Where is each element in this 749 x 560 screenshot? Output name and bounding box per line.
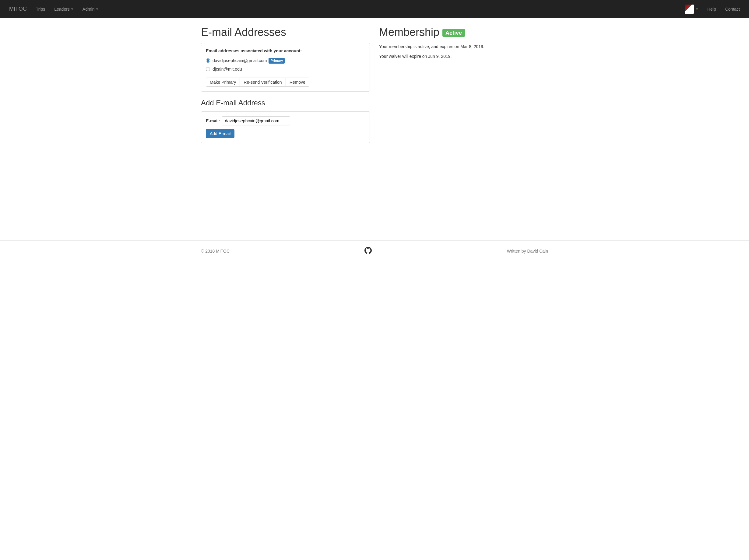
add-email-panel-body: E-mail: Add E-mail (201, 112, 370, 143)
nav-admin-label: Admin (83, 6, 95, 12)
primary-badge: Primary (269, 58, 285, 64)
email-button-group: Make Primary Re-send Verification Remove (206, 77, 309, 87)
nav-leaders-label: Leaders (54, 6, 70, 12)
add-email-title: Add E-mail Address (201, 98, 370, 108)
add-email-button[interactable]: Add E-mail (206, 129, 234, 138)
emails-panel: Email addresses associated with your acc… (201, 43, 370, 92)
email-item-0: davidjosephcain@gmail.com Primary (206, 58, 365, 64)
nav-right: Help Contact (680, 0, 745, 18)
right-column: Membership Active Your membership is act… (374, 18, 553, 149)
status-badge: Active (443, 29, 465, 37)
caret-icon (696, 8, 698, 10)
email-radio-1[interactable] (206, 67, 210, 71)
emails-panel-body: Email addresses associated with your acc… (201, 43, 370, 91)
email-radio-0[interactable] (206, 59, 210, 63)
email-field[interactable] (222, 116, 290, 126)
emails-title: E-mail Addresses (201, 24, 370, 40)
nav-left: MITOC Trips Leaders Admin (4, 1, 103, 18)
make-primary-button[interactable]: Make Primary (206, 77, 240, 87)
membership-line1: Your membership is active, and expires o… (379, 44, 548, 50)
footer-container: © 2018 MITOC Written by David Cain (196, 247, 553, 256)
navbar: MITOC Trips Leaders Admin Help Contact (0, 0, 749, 18)
membership-title-text: Membership (379, 26, 440, 38)
footer-credit: Written by David Cain (507, 248, 548, 254)
membership-title: Membership Active (379, 24, 548, 40)
left-column: E-mail Addresses Email addresses associa… (196, 18, 374, 149)
main-row: E-mail Addresses Email addresses associa… (196, 18, 553, 149)
footer: © 2018 MITOC Written by David Cain (0, 241, 749, 262)
email-address-0: davidjosephcain@gmail.com (213, 58, 267, 64)
nav-user-menu[interactable] (680, 0, 703, 18)
main-container: E-mail Addresses Email addresses associa… (196, 18, 553, 149)
brand-link[interactable]: MITOC (4, 1, 31, 18)
nav-admin[interactable]: Admin (78, 1, 103, 17)
email-address-1: djcain@mit.edu (213, 66, 242, 72)
remove-button[interactable]: Remove (285, 77, 309, 87)
caret-icon (71, 8, 73, 10)
resend-verification-button[interactable]: Re-send Verification (240, 77, 285, 87)
nav-trips[interactable]: Trips (31, 1, 50, 17)
email-field-label: E-mail: (206, 118, 220, 124)
membership-line2: Your waiver will expire on Jun 9, 2019. (379, 53, 548, 59)
github-link[interactable] (364, 247, 372, 256)
footer-copyright: © 2018 MITOC (201, 248, 230, 254)
add-email-form-row: E-mail: (206, 116, 365, 126)
caret-icon (96, 8, 98, 10)
nav-help[interactable]: Help (703, 1, 721, 17)
github-icon (364, 247, 372, 254)
add-email-panel: E-mail: Add E-mail (201, 111, 370, 143)
email-item-1: djcain@mit.edu (206, 66, 365, 72)
emails-subtitle: Email addresses associated with your acc… (206, 48, 365, 54)
nav-contact[interactable]: Contact (721, 1, 745, 17)
avatar (685, 4, 694, 14)
nav-leaders[interactable]: Leaders (50, 1, 78, 17)
